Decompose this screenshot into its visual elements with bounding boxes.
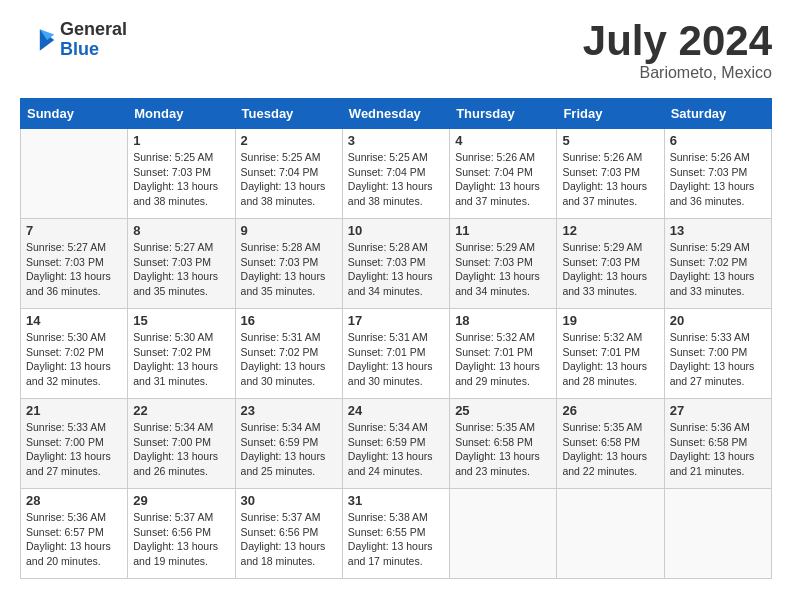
day-cell: 12Sunrise: 5:29 AMSunset: 7:03 PMDayligh… <box>557 219 664 309</box>
day-info: Sunrise: 5:34 AMSunset: 6:59 PMDaylight:… <box>348 420 444 479</box>
day-cell: 21Sunrise: 5:33 AMSunset: 7:00 PMDayligh… <box>21 399 128 489</box>
day-cell: 19Sunrise: 5:32 AMSunset: 7:01 PMDayligh… <box>557 309 664 399</box>
day-info: Sunrise: 5:29 AMSunset: 7:02 PMDaylight:… <box>670 240 766 299</box>
day-info: Sunrise: 5:35 AMSunset: 6:58 PMDaylight:… <box>562 420 658 479</box>
day-number: 15 <box>133 313 229 328</box>
day-cell: 28Sunrise: 5:36 AMSunset: 6:57 PMDayligh… <box>21 489 128 579</box>
day-info: Sunrise: 5:31 AMSunset: 7:01 PMDaylight:… <box>348 330 444 389</box>
calendar-table: SundayMondayTuesdayWednesdayThursdayFrid… <box>20 98 772 579</box>
day-number: 29 <box>133 493 229 508</box>
day-number: 6 <box>670 133 766 148</box>
day-number: 27 <box>670 403 766 418</box>
day-info: Sunrise: 5:26 AMSunset: 7:04 PMDaylight:… <box>455 150 551 209</box>
weekday-header-friday: Friday <box>557 99 664 129</box>
calendar-title: July 2024 <box>583 20 772 62</box>
day-number: 18 <box>455 313 551 328</box>
day-info: Sunrise: 5:33 AMSunset: 7:00 PMDaylight:… <box>670 330 766 389</box>
day-info: Sunrise: 5:25 AMSunset: 7:03 PMDaylight:… <box>133 150 229 209</box>
logo: General Blue <box>20 20 127 60</box>
day-cell: 5Sunrise: 5:26 AMSunset: 7:03 PMDaylight… <box>557 129 664 219</box>
day-info: Sunrise: 5:37 AMSunset: 6:56 PMDaylight:… <box>241 510 337 569</box>
day-info: Sunrise: 5:32 AMSunset: 7:01 PMDaylight:… <box>562 330 658 389</box>
day-info: Sunrise: 5:30 AMSunset: 7:02 PMDaylight:… <box>26 330 122 389</box>
week-row-1: 1Sunrise: 5:25 AMSunset: 7:03 PMDaylight… <box>21 129 772 219</box>
day-info: Sunrise: 5:33 AMSunset: 7:00 PMDaylight:… <box>26 420 122 479</box>
day-number: 22 <box>133 403 229 418</box>
day-info: Sunrise: 5:29 AMSunset: 7:03 PMDaylight:… <box>562 240 658 299</box>
weekday-header-thursday: Thursday <box>450 99 557 129</box>
day-number: 19 <box>562 313 658 328</box>
day-number: 25 <box>455 403 551 418</box>
day-number: 31 <box>348 493 444 508</box>
day-number: 5 <box>562 133 658 148</box>
day-info: Sunrise: 5:36 AMSunset: 6:58 PMDaylight:… <box>670 420 766 479</box>
day-info: Sunrise: 5:34 AMSunset: 6:59 PMDaylight:… <box>241 420 337 479</box>
weekday-header-wednesday: Wednesday <box>342 99 449 129</box>
day-number: 12 <box>562 223 658 238</box>
day-cell: 11Sunrise: 5:29 AMSunset: 7:03 PMDayligh… <box>450 219 557 309</box>
logo-text: General Blue <box>60 20 127 60</box>
day-number: 13 <box>670 223 766 238</box>
day-cell: 2Sunrise: 5:25 AMSunset: 7:04 PMDaylight… <box>235 129 342 219</box>
week-row-5: 28Sunrise: 5:36 AMSunset: 6:57 PMDayligh… <box>21 489 772 579</box>
day-cell: 31Sunrise: 5:38 AMSunset: 6:55 PMDayligh… <box>342 489 449 579</box>
day-cell <box>21 129 128 219</box>
day-number: 9 <box>241 223 337 238</box>
day-number: 7 <box>26 223 122 238</box>
day-info: Sunrise: 5:28 AMSunset: 7:03 PMDaylight:… <box>348 240 444 299</box>
day-cell: 10Sunrise: 5:28 AMSunset: 7:03 PMDayligh… <box>342 219 449 309</box>
day-cell: 7Sunrise: 5:27 AMSunset: 7:03 PMDaylight… <box>21 219 128 309</box>
day-info: Sunrise: 5:25 AMSunset: 7:04 PMDaylight:… <box>348 150 444 209</box>
day-cell: 15Sunrise: 5:30 AMSunset: 7:02 PMDayligh… <box>128 309 235 399</box>
day-cell: 23Sunrise: 5:34 AMSunset: 6:59 PMDayligh… <box>235 399 342 489</box>
weekday-header-saturday: Saturday <box>664 99 771 129</box>
day-cell: 17Sunrise: 5:31 AMSunset: 7:01 PMDayligh… <box>342 309 449 399</box>
week-row-4: 21Sunrise: 5:33 AMSunset: 7:00 PMDayligh… <box>21 399 772 489</box>
day-info: Sunrise: 5:26 AMSunset: 7:03 PMDaylight:… <box>562 150 658 209</box>
day-number: 17 <box>348 313 444 328</box>
day-cell: 30Sunrise: 5:37 AMSunset: 6:56 PMDayligh… <box>235 489 342 579</box>
day-cell: 13Sunrise: 5:29 AMSunset: 7:02 PMDayligh… <box>664 219 771 309</box>
day-number: 14 <box>26 313 122 328</box>
day-info: Sunrise: 5:37 AMSunset: 6:56 PMDaylight:… <box>133 510 229 569</box>
day-info: Sunrise: 5:31 AMSunset: 7:02 PMDaylight:… <box>241 330 337 389</box>
weekday-header-sunday: Sunday <box>21 99 128 129</box>
day-number: 20 <box>670 313 766 328</box>
day-number: 1 <box>133 133 229 148</box>
day-cell: 16Sunrise: 5:31 AMSunset: 7:02 PMDayligh… <box>235 309 342 399</box>
day-cell: 22Sunrise: 5:34 AMSunset: 7:00 PMDayligh… <box>128 399 235 489</box>
day-info: Sunrise: 5:27 AMSunset: 7:03 PMDaylight:… <box>133 240 229 299</box>
day-number: 11 <box>455 223 551 238</box>
day-number: 30 <box>241 493 337 508</box>
week-row-2: 7Sunrise: 5:27 AMSunset: 7:03 PMDaylight… <box>21 219 772 309</box>
day-cell: 18Sunrise: 5:32 AMSunset: 7:01 PMDayligh… <box>450 309 557 399</box>
day-cell: 8Sunrise: 5:27 AMSunset: 7:03 PMDaylight… <box>128 219 235 309</box>
day-info: Sunrise: 5:38 AMSunset: 6:55 PMDaylight:… <box>348 510 444 569</box>
day-info: Sunrise: 5:25 AMSunset: 7:04 PMDaylight:… <box>241 150 337 209</box>
day-cell: 14Sunrise: 5:30 AMSunset: 7:02 PMDayligh… <box>21 309 128 399</box>
day-info: Sunrise: 5:32 AMSunset: 7:01 PMDaylight:… <box>455 330 551 389</box>
day-cell: 6Sunrise: 5:26 AMSunset: 7:03 PMDaylight… <box>664 129 771 219</box>
day-info: Sunrise: 5:27 AMSunset: 7:03 PMDaylight:… <box>26 240 122 299</box>
day-info: Sunrise: 5:35 AMSunset: 6:58 PMDaylight:… <box>455 420 551 479</box>
day-info: Sunrise: 5:29 AMSunset: 7:03 PMDaylight:… <box>455 240 551 299</box>
day-number: 2 <box>241 133 337 148</box>
week-row-3: 14Sunrise: 5:30 AMSunset: 7:02 PMDayligh… <box>21 309 772 399</box>
day-cell: 26Sunrise: 5:35 AMSunset: 6:58 PMDayligh… <box>557 399 664 489</box>
weekday-header-monday: Monday <box>128 99 235 129</box>
day-number: 21 <box>26 403 122 418</box>
day-number: 10 <box>348 223 444 238</box>
day-cell: 20Sunrise: 5:33 AMSunset: 7:00 PMDayligh… <box>664 309 771 399</box>
page-header: General Blue July 2024 Bariometo, Mexico <box>20 20 772 82</box>
day-number: 28 <box>26 493 122 508</box>
day-cell: 25Sunrise: 5:35 AMSunset: 6:58 PMDayligh… <box>450 399 557 489</box>
day-number: 3 <box>348 133 444 148</box>
day-cell: 1Sunrise: 5:25 AMSunset: 7:03 PMDaylight… <box>128 129 235 219</box>
day-info: Sunrise: 5:28 AMSunset: 7:03 PMDaylight:… <box>241 240 337 299</box>
day-info: Sunrise: 5:34 AMSunset: 7:00 PMDaylight:… <box>133 420 229 479</box>
weekday-header-row: SundayMondayTuesdayWednesdayThursdayFrid… <box>21 99 772 129</box>
day-cell <box>664 489 771 579</box>
day-number: 16 <box>241 313 337 328</box>
day-number: 4 <box>455 133 551 148</box>
day-cell: 4Sunrise: 5:26 AMSunset: 7:04 PMDaylight… <box>450 129 557 219</box>
